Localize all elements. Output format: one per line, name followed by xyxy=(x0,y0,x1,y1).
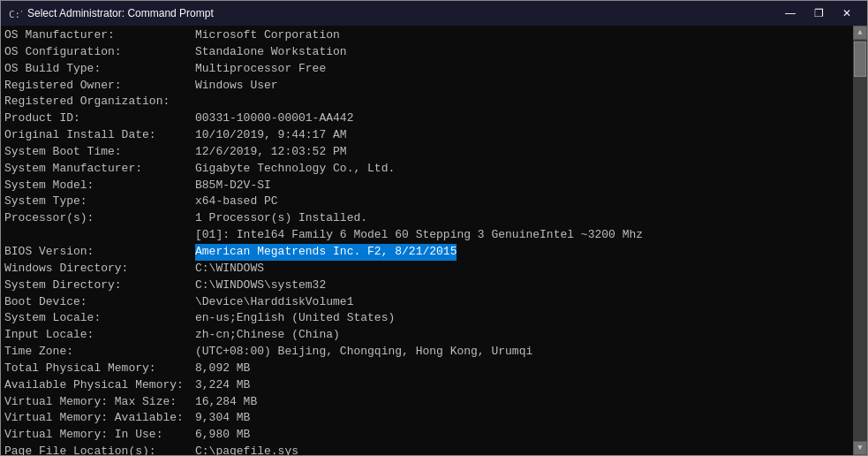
table-row: Boot Device: \Device\HarddiskVolume1 xyxy=(4,294,849,311)
row-value: Microsoft Corporation xyxy=(195,27,340,44)
row-label: BIOS Version: xyxy=(4,244,195,261)
close-button[interactable]: ✕ xyxy=(834,4,860,22)
row-label: Available Physical Memory: xyxy=(4,377,195,394)
table-row: Product ID: 00331-10000-00001-AA442 xyxy=(4,110,849,127)
window: C:\ Select Administrator: Command Prompt… xyxy=(0,0,868,456)
row-value: zh-cn;Chinese (China) xyxy=(195,327,340,344)
console-area: OS Manufacturer: Microsoft CorporationOS… xyxy=(1,26,867,455)
row-label: Product ID: xyxy=(4,110,195,127)
table-row: Windows Directory: C:\WINDOWS xyxy=(4,261,849,277)
row-label: System Type: xyxy=(4,194,195,210)
svg-text:C:\: C:\ xyxy=(9,9,22,20)
row-label: OS Manufacturer: xyxy=(4,27,195,44)
table-row: Time Zone: (UTC+08:00) Beijing, Chongqin… xyxy=(4,344,849,361)
row-value: Multiprocessor Free xyxy=(195,61,326,78)
row-label: Time Zone: xyxy=(4,344,195,361)
scroll-down-button[interactable]: ▼ xyxy=(853,441,867,455)
scroll-thumb[interactable] xyxy=(854,42,866,77)
row-label: Input Locale: xyxy=(4,327,195,344)
scroll-up-button[interactable]: ▲ xyxy=(853,26,867,40)
table-row: System Manufacturer: Gigabyte Technology… xyxy=(4,161,849,178)
table-row: System Model: B85M-D2V-SI xyxy=(4,178,849,194)
row-value: 6,980 MB xyxy=(195,427,250,444)
table-row: OS Manufacturer: Microsoft Corporation xyxy=(4,27,849,44)
table-row: Registered Organization: xyxy=(4,94,849,110)
row-label: Original Install Date: xyxy=(4,127,195,144)
row-value: 16,284 MB xyxy=(195,394,257,411)
row-label: Boot Device: xyxy=(4,294,195,311)
row-label: System Directory: xyxy=(4,277,195,294)
row-label: Processor(s): xyxy=(4,210,195,227)
table-row: Virtual Memory: Max Size:16,284 MB xyxy=(4,394,849,411)
row-label: Virtual Memory: Available: xyxy=(4,410,195,427)
maximize-button[interactable]: ❐ xyxy=(805,4,832,22)
row-value: B85M-D2V-SI xyxy=(195,178,271,194)
window-controls: — ❐ ✕ xyxy=(777,4,860,22)
row-value: Windows User xyxy=(195,78,278,95)
window-title: Select Administrator: Command Prompt xyxy=(27,7,214,19)
scroll-track[interactable] xyxy=(853,40,867,441)
row-value: Standalone Workstation xyxy=(195,44,347,61)
row-value: 1 Processor(s) Installed. xyxy=(195,210,367,227)
row-value: x64-based PC xyxy=(195,194,278,210)
row-label: OS Build Type: xyxy=(4,61,195,78)
row-label: System Locale: xyxy=(4,310,195,327)
minimize-button[interactable]: — xyxy=(777,4,804,22)
table-row: Registered Owner: Windows User xyxy=(4,78,849,95)
table-row: Processor(s): 1 Processor(s) Installed. xyxy=(4,210,849,227)
table-row: System Directory: C:\WINDOWS\system32 xyxy=(4,277,849,294)
row-value: 00331-10000-00001-AA442 xyxy=(195,110,353,127)
row-label: Registered Organization: xyxy=(4,94,195,110)
row-value: (UTC+08:00) Beijing, Chongqing, Hong Kon… xyxy=(195,344,532,361)
row-label: Windows Directory: xyxy=(4,261,195,277)
table-row: [01]: Intel64 Family 6 Model 60 Stepping… xyxy=(4,227,849,244)
table-row: System Type: x64-based PC xyxy=(4,194,849,210)
table-row: Available Physical Memory:3,224 MB xyxy=(4,377,849,394)
table-row: System Locale: en-us;English (United Sta… xyxy=(4,310,849,327)
row-label xyxy=(4,227,195,244)
row-label: Total Physical Memory: xyxy=(4,361,195,377)
row-value: C:\WINDOWS xyxy=(195,261,264,277)
row-label: System Model: xyxy=(4,178,195,194)
title-bar: C:\ Select Administrator: Command Prompt… xyxy=(1,1,867,26)
row-value: 9,304 MB xyxy=(195,410,250,427)
table-row: Virtual Memory: In Use: 6,980 MB xyxy=(4,427,849,444)
row-value: \Device\HarddiskVolume1 xyxy=(195,294,353,311)
row-value: C:\pagefile.sys xyxy=(195,444,298,455)
console-output: OS Manufacturer: Microsoft CorporationOS… xyxy=(1,26,853,455)
row-label: System Boot Time: xyxy=(4,144,195,161)
scrollbar[interactable]: ▲ ▼ xyxy=(853,26,867,455)
table-row: OS Configuration: Standalone Workstation xyxy=(4,44,849,61)
row-value: 12/6/2019, 12:03:52 PM xyxy=(195,144,347,161)
row-label: Virtual Memory: Max Size: xyxy=(4,394,195,411)
table-row: System Boot Time: 12/6/2019, 12:03:52 PM xyxy=(4,144,849,161)
row-value: 3,224 MB xyxy=(195,377,250,394)
row-label: Registered Owner: xyxy=(4,78,195,95)
table-row: BIOS Version: American Megatrends Inc. F… xyxy=(4,244,849,261)
row-value: 10/10/2019, 9:44:17 AM xyxy=(195,127,347,144)
table-row: Page File Location(s): C:\pagefile.sys xyxy=(4,444,849,455)
table-row: Input Locale: zh-cn;Chinese (China) xyxy=(4,327,849,344)
cmd-icon: C:\ xyxy=(8,6,22,20)
row-label: Page File Location(s): xyxy=(4,444,195,455)
table-row: OS Build Type: Multiprocessor Free xyxy=(4,61,849,78)
row-label: System Manufacturer: xyxy=(4,161,195,178)
row-label: Virtual Memory: In Use: xyxy=(4,427,195,444)
row-value: 8,092 MB xyxy=(195,361,250,377)
title-bar-left: C:\ Select Administrator: Command Prompt xyxy=(8,6,214,20)
row-value: Gigabyte Technology Co., Ltd. xyxy=(195,161,395,178)
table-row: Original Install Date: 10/10/2019, 9:44:… xyxy=(4,127,849,144)
row-label: OS Configuration: xyxy=(4,44,195,61)
row-value: American Megatrends Inc. F2, 8/21/2015 xyxy=(195,244,457,261)
table-row: Virtual Memory: Available:9,304 MB xyxy=(4,410,849,427)
row-value: [01]: Intel64 Family 6 Model 60 Stepping… xyxy=(195,227,643,244)
row-value: C:\WINDOWS\system32 xyxy=(195,277,326,294)
row-value: en-us;English (United States) xyxy=(195,310,395,327)
table-row: Total Physical Memory: 8,092 MB xyxy=(4,361,849,377)
